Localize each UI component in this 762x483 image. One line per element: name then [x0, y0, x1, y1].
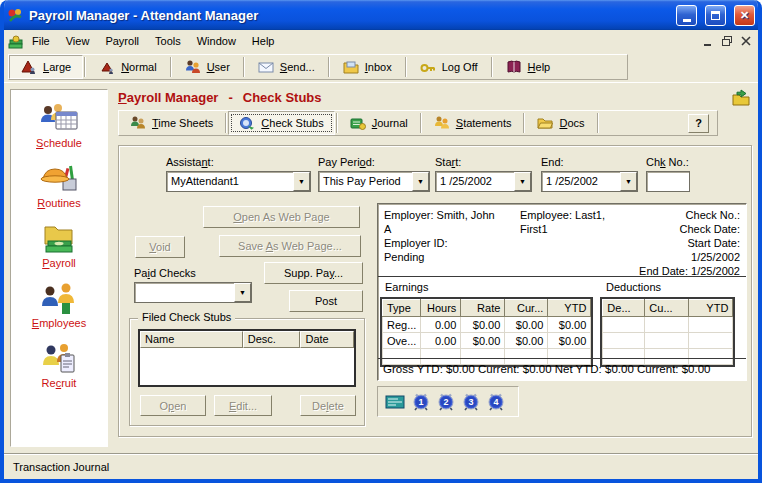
sidebar-item-schedule[interactable]: Schedule — [36, 102, 82, 149]
employee-block: Employee: Last1, First1 — [520, 208, 638, 278]
save-as-web-page-button[interactable]: Save As Web Page... — [219, 235, 361, 257]
page-header: Payroll Manager - Check Stubs — [118, 88, 750, 106]
employer-name: Employer: Smith, John A — [384, 208, 496, 236]
sidebar-item-routines[interactable]: Routines — [37, 162, 80, 209]
employer-id: Employer ID: Pending — [384, 236, 474, 264]
earnings-col-hours: Hours — [421, 300, 461, 317]
sidebar-item-label: Payroll — [42, 257, 76, 269]
chevron-down-icon[interactable]: ▼ — [234, 283, 251, 302]
chevron-down-icon[interactable]: ▼ — [293, 172, 310, 191]
toolbar-inbox-button[interactable]: Inbox — [331, 55, 404, 79]
open-button[interactable]: Open — [140, 395, 206, 416]
mdi-restore-icon — [721, 35, 733, 47]
column-header-date[interactable]: Date — [300, 331, 354, 348]
paid-checks-value — [135, 283, 234, 302]
context-help-button[interactable]: ? — [688, 114, 709, 133]
sidebar-item-label: Recruit — [42, 377, 77, 389]
deductions-header-row: De... Cu... YTD — [603, 300, 733, 317]
tab-separator — [336, 113, 338, 133]
toolbar-normal-button[interactable]: Normal — [87, 55, 168, 79]
end-date-picker[interactable]: 1 /25/2002 ▼ — [541, 171, 638, 192]
delete-button[interactable]: Delete — [300, 395, 356, 416]
earnings-col-ytd: YTD — [548, 300, 591, 317]
menu-file[interactable]: File — [24, 32, 58, 50]
clock-number: 1 — [418, 397, 423, 407]
chevron-down-icon[interactable]: ▼ — [514, 172, 531, 191]
menu-payroll[interactable]: Payroll — [97, 32, 147, 50]
user-icon — [185, 59, 201, 75]
totals-summary: Gross YTD: $0.00 Current: $0.00 Net YTD:… — [383, 363, 743, 375]
clock-3-icon[interactable]: 3 — [462, 392, 480, 411]
minimize-button[interactable] — [676, 5, 697, 26]
sidebar-item-recruit[interactable]: Recruit — [39, 342, 79, 389]
sidebar-item-label: Employees — [32, 317, 86, 329]
large-view-icon — [21, 59, 37, 75]
menu-tools[interactable]: Tools — [147, 32, 189, 50]
chk-no-input[interactable] — [646, 171, 690, 192]
assistant-combobox[interactable]: MyAttendant1 ▼ — [166, 171, 311, 192]
tab-label: Docs — [559, 117, 584, 129]
chk-no-field: Chk No.: — [646, 156, 690, 192]
mdi-minimize-button[interactable] — [699, 34, 716, 49]
toolbar-large-button[interactable]: Large — [9, 55, 83, 79]
mdi-system-icon[interactable] — [8, 33, 24, 49]
tab-time-sheets[interactable]: Time Sheets — [119, 111, 224, 135]
check-dates-block: Check No.: Check Date: Start Date: 1/25/… — [638, 208, 740, 278]
paid-checks-combobox[interactable]: ▼ — [134, 282, 252, 303]
pay-period-combobox[interactable]: This Pay Period ▼ — [318, 171, 430, 192]
tab-journal[interactable]: Journal — [339, 111, 419, 135]
folder-shortcut-icon[interactable] — [732, 89, 750, 106]
docs-folder-icon — [537, 115, 553, 131]
chevron-down-icon[interactable]: ▼ — [620, 172, 637, 191]
payroll-icon — [39, 222, 79, 256]
maximize-button[interactable] — [705, 5, 726, 26]
post-button[interactable]: Post — [289, 290, 363, 312]
supp-pay-button[interactable]: Supp. Pay... — [264, 262, 363, 284]
tab-label: Check Stubs — [261, 117, 323, 129]
normal-view-icon — [99, 59, 115, 75]
clock-4-icon[interactable]: 4 — [487, 392, 505, 411]
menu-window[interactable]: Window — [189, 32, 244, 50]
chevron-down-icon[interactable]: ▼ — [412, 172, 429, 191]
column-header-desc[interactable]: Desc. — [243, 331, 301, 348]
sidebar-item-label: Routines — [37, 197, 80, 209]
sidebar-item-employees[interactable]: Employees — [32, 282, 86, 329]
toolbar-user-button[interactable]: User — [173, 55, 242, 79]
start-date-picker[interactable]: 1 /25/2002 ▼ — [435, 171, 532, 192]
toolbar-help-button[interactable]: Help — [494, 55, 563, 79]
save-as-web-page-label: Save As Web Page... — [238, 240, 342, 252]
column-header-name[interactable]: Name — [140, 331, 243, 348]
edit-button[interactable]: Edit... — [214, 395, 272, 416]
end-date-field: End: 1 /25/2002 ▼ — [541, 156, 638, 192]
check-card-icon[interactable] — [385, 394, 405, 410]
menu-help[interactable]: Help — [244, 32, 283, 50]
journal-icon — [350, 115, 366, 131]
toolbar-send-button[interactable]: Send... — [246, 55, 327, 79]
toolbar-logoff-button[interactable]: Log Off — [408, 55, 490, 79]
page-header-app: Payroll Manager — [118, 90, 218, 105]
void-button[interactable]: Void — [135, 236, 185, 258]
sidebar-item-payroll[interactable]: Payroll — [39, 222, 79, 269]
delete-label: Delete — [312, 400, 344, 412]
toolbar-separator — [405, 57, 407, 77]
check-stubs-icon — [239, 115, 255, 131]
clock-2-icon[interactable]: 2 — [437, 392, 455, 411]
pay-period-field: Pay Period: This Pay Period ▼ — [318, 156, 430, 192]
filed-check-stubs-list[interactable]: Name Desc. Date — [138, 329, 356, 387]
tab-check-stubs[interactable]: Check Stubs — [228, 111, 334, 135]
menu-view[interactable]: View — [58, 32, 98, 50]
mdi-restore-button[interactable] — [718, 34, 735, 49]
edit-label: Edit... — [229, 400, 257, 412]
check-stubs-panel: Assistant: MyAttendant1 ▼ Pay Period: Th… — [118, 145, 752, 437]
mdi-close-button[interactable] — [737, 34, 754, 49]
close-button[interactable]: ✕ — [734, 5, 755, 26]
divider — [378, 358, 746, 359]
reminder-icon-strip: 1 2 3 4 — [377, 386, 519, 417]
tables-row: Type Hours Rate Cur... YTD Reg... 0.00 — [380, 297, 735, 367]
tab-docs[interactable]: Docs — [526, 111, 595, 135]
clock-1-icon[interactable]: 1 — [412, 392, 430, 411]
open-as-web-page-button[interactable]: Open As Web Page — [203, 206, 360, 228]
filed-check-stubs-group: Filed Check Stubs Name Desc. Date Open E… — [129, 318, 365, 426]
tab-statements[interactable]: Statements — [423, 111, 523, 135]
toolbar-normal-label: Normal — [121, 61, 156, 73]
